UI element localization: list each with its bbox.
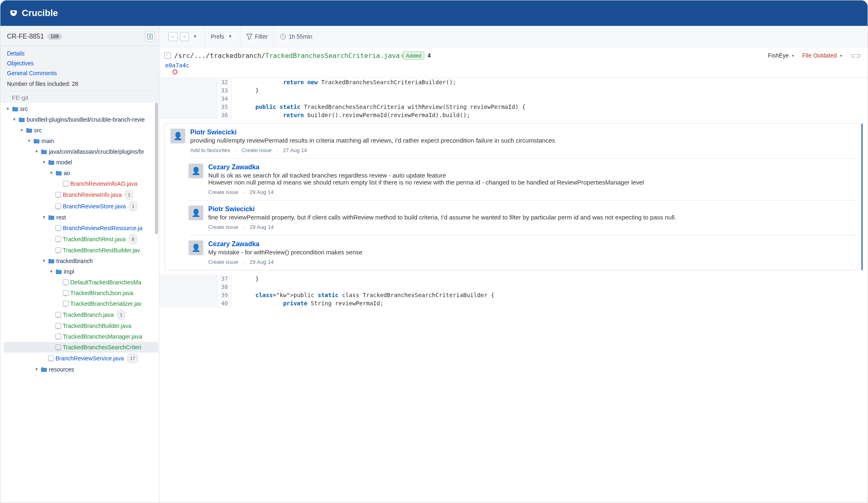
- tree-file[interactable]: BranchReviewInfoAO.java: [4, 178, 158, 189]
- disclosure-triangle-icon[interactable]: ▼: [41, 213, 46, 222]
- avatar[interactable]: 👤: [170, 129, 185, 143]
- tree-folder[interactable]: ▼rest: [4, 212, 158, 223]
- code-line[interactable]: 35 public static TrackedBranchesSearchCr…: [159, 103, 868, 111]
- file-name: TrackedBranch.java: [63, 310, 114, 319]
- nav-general-comments[interactable]: General Comments: [7, 70, 159, 76]
- comment-actions: Create issue29 Aug 14: [208, 224, 856, 230]
- time-tracker[interactable]: 1h 55min: [274, 26, 318, 47]
- java-file-icon: [55, 344, 61, 350]
- tree-folder[interactable]: ▼ao: [4, 168, 158, 178]
- files-included-label: Number of files included: 28: [0, 78, 159, 90]
- create-issue-link[interactable]: Create issue: [208, 224, 238, 230]
- tree-folder[interactable]: ▼main: [4, 136, 158, 146]
- disclosure-triangle-icon[interactable]: ▼: [34, 147, 39, 156]
- disclosure-triangle-icon[interactable]: ▼: [27, 136, 32, 145]
- file-name: TrackedBranchSerializer.jav: [70, 299, 142, 308]
- create-issue-link[interactable]: Create issue: [208, 189, 238, 195]
- collapse-sidebar-button[interactable]: [145, 32, 155, 42]
- tree-file[interactable]: BranchReviewInfo.java1: [4, 189, 158, 201]
- tree-file[interactable]: TrackedBranchRest.java8: [4, 233, 158, 245]
- tree-file[interactable]: BranchReviewStore.java1: [4, 201, 158, 212]
- disclosure-triangle-icon[interactable]: ▼: [19, 126, 24, 135]
- commit-hash[interactable]: e0a7a4c: [165, 62, 189, 69]
- nav-details[interactable]: Details: [7, 50, 159, 57]
- file-name: DefaultTrackedBranchesMa: [70, 278, 141, 287]
- disclosure-triangle-icon[interactable]: ▼: [41, 256, 46, 265]
- folder-icon: [48, 215, 55, 220]
- tree-folder[interactable]: ▼resources: [4, 364, 158, 375]
- comment-author[interactable]: Piotr Swiecicki: [208, 205, 856, 213]
- tree-file[interactable]: TrackedBranch.java1: [4, 309, 158, 321]
- java-file-icon: [48, 355, 54, 361]
- code-text: private String reviewPermaId;: [232, 299, 868, 307]
- folder-icon: [48, 159, 55, 165]
- code-line[interactable]: 39 class="kw">public static class Tracke…: [159, 291, 868, 299]
- disclosure-triangle-icon[interactable]: ▼: [41, 158, 46, 167]
- add-to-favourites-link[interactable]: Add to favourites: [190, 147, 230, 153]
- tree-folder[interactable]: ▼trackedbranch: [4, 256, 158, 266]
- tree-file[interactable]: BranchReviewService.java17: [4, 353, 158, 364]
- disclosure-triangle-icon[interactable]: ▼: [49, 168, 54, 178]
- file-outdated-dropdown[interactable]: File Outdated▾: [802, 52, 844, 59]
- prev-file-button[interactable]: ←: [168, 32, 177, 41]
- avatar[interactable]: 👤: [189, 164, 203, 178]
- code-line[interactable]: 40 private String reviewPermaId;: [159, 299, 868, 307]
- disclosure-triangle-icon[interactable]: ▼: [12, 115, 17, 124]
- file-name: TrackedBranchesManager.java: [63, 332, 142, 341]
- avatar[interactable]: 👤: [189, 240, 203, 255]
- code-line[interactable]: 38: [159, 283, 868, 291]
- file-path[interactable]: /src/.../trackedbranch/TrackedBranchesSe…: [174, 52, 400, 60]
- file-name: BranchReviewInfo.java: [63, 190, 122, 199]
- tree-folder[interactable]: ▼impl: [4, 266, 158, 277]
- file-name: BranchReviewStore.java: [63, 202, 126, 211]
- revision-marker-icon[interactable]: [173, 69, 177, 74]
- fisheye-dropdown[interactable]: FishEye▾: [768, 52, 796, 59]
- scrollbar[interactable]: [155, 103, 158, 234]
- line-number: 39: [217, 291, 232, 299]
- tree-file[interactable]: TrackedBranchJson.java: [4, 288, 158, 298]
- next-file-button[interactable]: →: [180, 32, 189, 41]
- disclosure-triangle-icon[interactable]: ▼: [49, 267, 54, 276]
- tree-file[interactable]: TrackedBranchesSearchCriteri: [4, 342, 158, 353]
- code-line[interactable]: 36 return builder().reviewPermaId(review…: [159, 111, 868, 119]
- tree-folder[interactable]: ▼src: [4, 125, 158, 136]
- create-issue-link[interactable]: Create issue: [208, 259, 238, 265]
- product-logo[interactable]: Crucible: [9, 8, 58, 18]
- code-area[interactable]: 32 return new TrackedBranchesSearchCrite…: [159, 78, 868, 503]
- prefs-dropdown[interactable]: Prefs ▼: [205, 26, 240, 47]
- comment-text: providing null/empty reviewPermaId resul…: [190, 137, 856, 144]
- code-line[interactable]: 32 return new TrackedBranchesSearchCrite…: [159, 78, 868, 86]
- permalink-icon[interactable]: ⊂⊃: [850, 52, 861, 60]
- code-line[interactable]: 37 }: [159, 275, 868, 283]
- nav-objectives[interactable]: Objectives: [7, 60, 159, 67]
- disclosure-triangle-icon[interactable]: ▼: [34, 365, 39, 374]
- tree-file[interactable]: TrackedBranchRestBuilder.jav: [4, 245, 158, 256]
- create-issue-link[interactable]: Create issue: [242, 147, 272, 153]
- file-tree[interactable]: ▼src▼bundled-plugins/bundled/crucible-br…: [0, 103, 159, 503]
- tree-file[interactable]: TrackedBranchSerializer.jav: [4, 298, 158, 309]
- disclosure-triangle-icon[interactable]: ▼: [5, 104, 10, 113]
- code-line[interactable]: 33 }: [159, 86, 868, 95]
- file-name: BranchReviewInfoAO.java: [70, 179, 137, 188]
- tree-folder[interactable]: ▼model: [4, 157, 158, 168]
- avatar[interactable]: 👤: [189, 205, 203, 220]
- comment-author[interactable]: Cezary Zawadka: [208, 164, 856, 171]
- tree-file[interactable]: TrackedBranchBuilder.java: [4, 321, 158, 331]
- filter-icon: [246, 33, 253, 40]
- tree-folder[interactable]: ▼bundled-plugins/bundled/crucible-branch…: [4, 114, 158, 125]
- code-line[interactable]: 34: [159, 95, 868, 103]
- filter-button[interactable]: Filter: [240, 26, 274, 47]
- comment-date: 29 Aug 14: [250, 189, 274, 195]
- comment-author[interactable]: Piotr Swiecicki: [190, 129, 856, 136]
- tree-file[interactable]: BranchReviewRestResource.ja: [4, 223, 158, 233]
- tree-file[interactable]: DefaultTrackedBranchesMa: [4, 277, 158, 288]
- folder-name: resources: [49, 365, 74, 374]
- comment-author[interactable]: Cezary Zawadka: [208, 240, 856, 248]
- nav-dropdown[interactable]: ▼: [191, 34, 199, 39]
- tree-folder[interactable]: ▼java/com/atlassian/crucible/plugins/br: [4, 146, 158, 157]
- tree-file[interactable]: TrackedBranchesManager.java: [4, 331, 158, 342]
- tree-folder[interactable]: ▼src: [4, 104, 158, 114]
- inline-comments: 👤Piotr Swiecickiproviding null/empty rev…: [159, 119, 868, 275]
- review-id[interactable]: CR-FE-8851: [7, 33, 44, 40]
- code-text: return builder().reviewPermaId(reviewPer…: [232, 111, 868, 119]
